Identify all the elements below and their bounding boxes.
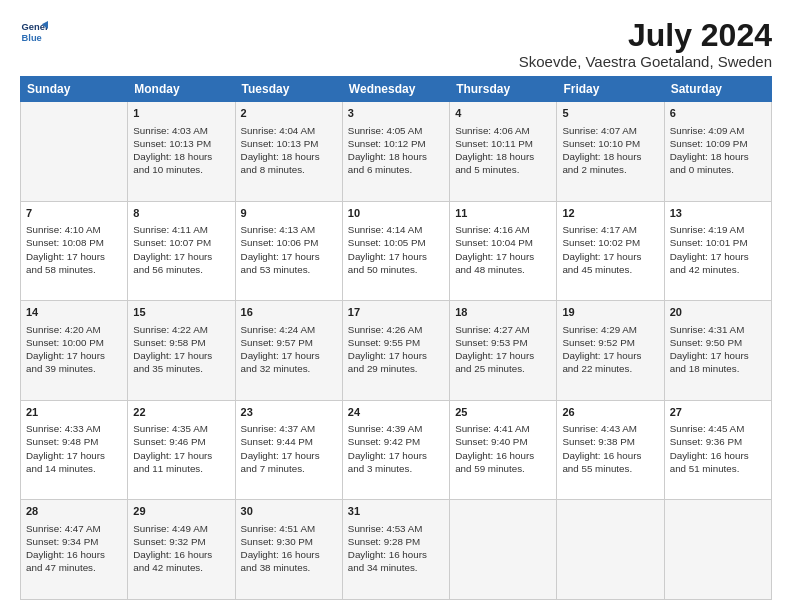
cell-line: Daylight: 18 hours (670, 150, 766, 163)
day-number: 27 (670, 405, 766, 420)
calendar-cell: 4Sunrise: 4:06 AMSunset: 10:11 PMDayligh… (450, 102, 557, 202)
cell-line: Sunset: 9:42 PM (348, 435, 444, 448)
cell-line: Sunset: 10:10 PM (562, 137, 658, 150)
calendar-cell: 20Sunrise: 4:31 AMSunset: 9:50 PMDayligh… (664, 301, 771, 401)
cell-line: and 50 minutes. (348, 263, 444, 276)
day-number: 11 (455, 206, 551, 221)
cell-line: and 8 minutes. (241, 163, 337, 176)
cell-line: Sunset: 10:01 PM (670, 236, 766, 249)
cell-line: Sunrise: 4:24 AM (241, 323, 337, 336)
cell-line: Daylight: 17 hours (455, 349, 551, 362)
calendar-cell: 3Sunrise: 4:05 AMSunset: 10:12 PMDayligh… (342, 102, 449, 202)
day-number: 26 (562, 405, 658, 420)
calendar-cell: 25Sunrise: 4:41 AMSunset: 9:40 PMDayligh… (450, 400, 557, 500)
calendar-cell: 1Sunrise: 4:03 AMSunset: 10:13 PMDayligh… (128, 102, 235, 202)
calendar-week-5: 28Sunrise: 4:47 AMSunset: 9:34 PMDayligh… (21, 500, 772, 600)
day-number: 8 (133, 206, 229, 221)
cell-line: and 55 minutes. (562, 462, 658, 475)
cell-line: Sunrise: 4:04 AM (241, 124, 337, 137)
cell-line: and 38 minutes. (241, 561, 337, 574)
cell-line: Daylight: 17 hours (26, 250, 122, 263)
cell-line: Sunset: 9:55 PM (348, 336, 444, 349)
calendar-cell (557, 500, 664, 600)
cell-line: and 10 minutes. (133, 163, 229, 176)
cell-line: Sunrise: 4:51 AM (241, 522, 337, 535)
calendar-cell: 27Sunrise: 4:45 AMSunset: 9:36 PMDayligh… (664, 400, 771, 500)
calendar-cell: 8Sunrise: 4:11 AMSunset: 10:07 PMDayligh… (128, 201, 235, 301)
cell-line: Sunrise: 4:10 AM (26, 223, 122, 236)
calendar-cell: 9Sunrise: 4:13 AMSunset: 10:06 PMDayligh… (235, 201, 342, 301)
day-number: 18 (455, 305, 551, 320)
day-number: 7 (26, 206, 122, 221)
cell-line: and 7 minutes. (241, 462, 337, 475)
cell-line: and 47 minutes. (26, 561, 122, 574)
cell-line: Daylight: 17 hours (348, 349, 444, 362)
cell-line: Daylight: 18 hours (133, 150, 229, 163)
col-friday: Friday (557, 77, 664, 102)
cell-line: Daylight: 17 hours (348, 449, 444, 462)
cell-line: and 25 minutes. (455, 362, 551, 375)
day-number: 13 (670, 206, 766, 221)
cell-line: Sunset: 10:12 PM (348, 137, 444, 150)
day-number: 21 (26, 405, 122, 420)
cell-line: and 5 minutes. (455, 163, 551, 176)
calendar-cell: 21Sunrise: 4:33 AMSunset: 9:48 PMDayligh… (21, 400, 128, 500)
cell-line: and 53 minutes. (241, 263, 337, 276)
cell-line: Sunset: 10:09 PM (670, 137, 766, 150)
cell-line: Daylight: 16 hours (26, 548, 122, 561)
calendar-cell: 11Sunrise: 4:16 AMSunset: 10:04 PMDaylig… (450, 201, 557, 301)
calendar-cell: 10Sunrise: 4:14 AMSunset: 10:05 PMDaylig… (342, 201, 449, 301)
cell-line: Sunrise: 4:17 AM (562, 223, 658, 236)
title-block: July 2024 Skoevde, Vaestra Goetaland, Sw… (519, 18, 772, 70)
day-number: 29 (133, 504, 229, 519)
cell-line: Daylight: 17 hours (455, 250, 551, 263)
subtitle: Skoevde, Vaestra Goetaland, Sweden (519, 53, 772, 70)
cell-line: and 42 minutes. (133, 561, 229, 574)
cell-line: Daylight: 17 hours (670, 349, 766, 362)
cell-line: Sunset: 9:34 PM (26, 535, 122, 548)
calendar-cell: 26Sunrise: 4:43 AMSunset: 9:38 PMDayligh… (557, 400, 664, 500)
cell-line: Sunrise: 4:16 AM (455, 223, 551, 236)
day-number: 12 (562, 206, 658, 221)
col-thursday: Thursday (450, 77, 557, 102)
cell-line: Daylight: 17 hours (241, 449, 337, 462)
cell-line: and 0 minutes. (670, 163, 766, 176)
day-number: 1 (133, 106, 229, 121)
cell-line: Daylight: 16 hours (241, 548, 337, 561)
day-number: 6 (670, 106, 766, 121)
cell-line: Daylight: 18 hours (455, 150, 551, 163)
cell-line: Daylight: 17 hours (670, 250, 766, 263)
cell-line: Daylight: 18 hours (241, 150, 337, 163)
day-number: 10 (348, 206, 444, 221)
cell-line: Sunset: 9:52 PM (562, 336, 658, 349)
day-number: 4 (455, 106, 551, 121)
cell-line: Daylight: 18 hours (348, 150, 444, 163)
cell-line: Sunrise: 4:20 AM (26, 323, 122, 336)
cell-line: Sunset: 10:07 PM (133, 236, 229, 249)
calendar-cell (664, 500, 771, 600)
cell-line: Sunrise: 4:31 AM (670, 323, 766, 336)
cell-line: Sunrise: 4:41 AM (455, 422, 551, 435)
cell-line: Sunrise: 4:49 AM (133, 522, 229, 535)
cell-line: Sunset: 9:58 PM (133, 336, 229, 349)
day-number: 15 (133, 305, 229, 320)
cell-line: and 3 minutes. (348, 462, 444, 475)
cell-line: Sunrise: 4:45 AM (670, 422, 766, 435)
cell-line: and 34 minutes. (348, 561, 444, 574)
day-number: 30 (241, 504, 337, 519)
cell-line: Sunset: 10:06 PM (241, 236, 337, 249)
day-number: 5 (562, 106, 658, 121)
cell-line: Sunrise: 4:33 AM (26, 422, 122, 435)
cell-line: and 48 minutes. (455, 263, 551, 276)
calendar-cell: 22Sunrise: 4:35 AMSunset: 9:46 PMDayligh… (128, 400, 235, 500)
cell-line: Daylight: 17 hours (26, 349, 122, 362)
cell-line: and 35 minutes. (133, 362, 229, 375)
calendar-cell: 19Sunrise: 4:29 AMSunset: 9:52 PMDayligh… (557, 301, 664, 401)
cell-line: Sunrise: 4:07 AM (562, 124, 658, 137)
cell-line: Sunset: 9:50 PM (670, 336, 766, 349)
day-number: 22 (133, 405, 229, 420)
cell-line: Sunrise: 4:29 AM (562, 323, 658, 336)
page: General Blue July 2024 Skoevde, Vaestra … (0, 0, 792, 612)
cell-line: Sunset: 9:57 PM (241, 336, 337, 349)
cell-line: Daylight: 16 hours (348, 548, 444, 561)
